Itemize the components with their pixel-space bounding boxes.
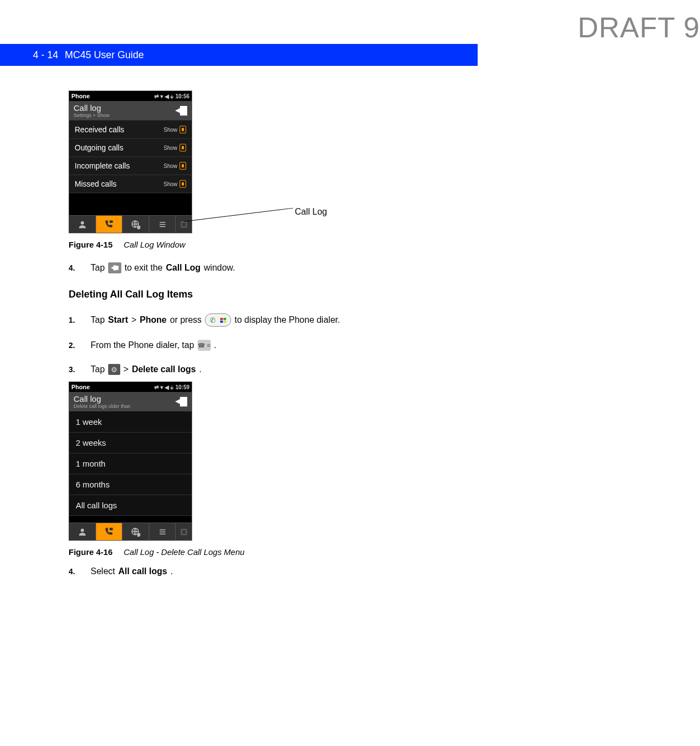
figure-title: Call Log Window	[124, 240, 185, 249]
header-left: Call log Delete call logs older than	[74, 394, 131, 409]
step-bold: All call logs	[118, 566, 167, 576]
toggle-icon	[180, 180, 186, 188]
row-6-months[interactable]: 6 months	[69, 474, 192, 495]
step-1: 1. Tap Start > Phone or press ✆ to displ…	[69, 313, 563, 327]
toolbar-close-icon[interactable]	[176, 216, 192, 233]
phone-screenshot-1: Phone ⇄ ▾ ◀ ⏚ 10:56 Call log Settings > …	[69, 91, 192, 233]
step-bold: Start	[108, 315, 128, 325]
step-number: 4.	[69, 567, 80, 576]
status-title: Phone	[71, 93, 90, 99]
call-log-header: Call log Delete call logs older than	[69, 392, 192, 412]
row-2-weeks[interactable]: 2 weeks	[69, 433, 192, 453]
row-outgoing-calls[interactable]: Outgoing calls Show	[69, 139, 192, 157]
step-text: .	[170, 566, 172, 576]
figure-number: Figure 4-15	[69, 240, 113, 249]
status-icons: ⇄ ▾ ◀ ⏚ 10:59	[154, 384, 189, 390]
row-label: Incomplete calls	[75, 161, 130, 170]
guide-title: MC45 User Guide	[65, 49, 144, 61]
step-bold: Phone	[140, 315, 167, 325]
svg-rect-9	[110, 528, 113, 530]
page-content: Phone ⇄ ▾ ◀ ⏚ 10:56 Call log Settings > …	[69, 91, 563, 576]
show-toggle[interactable]: Show	[164, 180, 186, 188]
step-number: 4.	[69, 263, 80, 272]
svg-text:#: #	[138, 225, 141, 229]
toolbar-calllog-icon[interactable]	[96, 523, 123, 540]
status-title: Phone	[71, 384, 90, 390]
call-log-header: Call log Settings > Show	[69, 101, 192, 121]
step-text: From the Phone dialer, tap	[91, 340, 194, 350]
figure-1-caption: Figure 4-15 Call Log Window	[69, 240, 563, 249]
figure-number: Figure 4-16	[69, 547, 113, 557]
row-received-calls[interactable]: Received calls Show	[69, 121, 192, 139]
svg-rect-13	[159, 531, 165, 532]
svg-rect-5	[159, 224, 165, 225]
toolbar-menu-icon[interactable]	[149, 523, 176, 540]
page-header-bar: 4 - 14 MC45 User Guide	[0, 44, 478, 66]
status-bar: Phone ⇄ ▾ ◀ ⏚ 10:59	[69, 382, 192, 392]
svg-point-0	[81, 221, 84, 225]
row-label: Missed calls	[75, 180, 116, 188]
empty-area	[69, 516, 192, 523]
svg-rect-12	[159, 529, 165, 530]
step-text: .	[214, 340, 216, 350]
page-number: 4 - 14	[33, 49, 58, 61]
toolbar-contacts-icon[interactable]	[69, 216, 96, 233]
empty-area	[69, 193, 192, 215]
row-incomplete-calls[interactable]: Incomplete calls Show	[69, 157, 192, 175]
bottom-toolbar: #	[69, 523, 192, 540]
row-1-week[interactable]: 1 week	[69, 412, 192, 433]
status-time: 10:59	[175, 384, 189, 390]
toolbar-menu-icon[interactable]	[149, 216, 176, 233]
toggle-icon	[180, 162, 186, 170]
status-icons: ⇄ ▾ ◀ ⏚ 10:56	[154, 93, 189, 99]
status-bar: Phone ⇄ ▾ ◀ ⏚ 10:56	[69, 91, 192, 101]
header-title: Call log	[74, 103, 109, 113]
svg-text:#: #	[138, 532, 141, 537]
toolbar-close-icon[interactable]	[176, 523, 192, 540]
phone-key-icon: ✆	[205, 313, 231, 327]
row-label: Received calls	[75, 125, 124, 134]
row-label: Outgoing calls	[75, 143, 124, 152]
handset-icon: ✆	[210, 316, 216, 324]
toolbar-globe-icon[interactable]: #	[122, 523, 149, 540]
step-3: 3. Tap ⚙ > Delete call logs.	[69, 364, 563, 375]
toggle-icon	[180, 126, 186, 133]
back-arrow-icon[interactable]	[175, 397, 187, 407]
step-text: Tap	[91, 364, 105, 374]
figure-2-caption: Figure 4-16 Call Log - Delete Call Logs …	[69, 547, 563, 557]
step-text: or press	[170, 315, 201, 325]
phone-screenshot-2: Phone ⇄ ▾ ◀ ⏚ 10:59 Call log Delete call…	[69, 382, 192, 541]
toggle-icon	[180, 144, 186, 152]
header-subtitle: Settings > Show	[74, 113, 109, 118]
row-missed-calls[interactable]: Missed calls Show	[69, 175, 192, 193]
step-text: .	[199, 364, 201, 374]
windows-logo-icon	[220, 318, 226, 323]
step-text: Tap	[91, 315, 105, 325]
subheading: Deleting All Call Log Items	[69, 289, 563, 300]
step-bold: Call Log	[166, 263, 200, 273]
show-toggle[interactable]: Show	[164, 144, 186, 152]
show-toggle[interactable]: Show	[164, 126, 186, 133]
svg-rect-4	[159, 222, 165, 223]
gear-button-icon: ⚙	[108, 364, 120, 375]
toolbar-contacts-icon[interactable]	[69, 523, 96, 540]
toolbar-calllog-icon[interactable]	[96, 216, 123, 233]
svg-point-8	[81, 529, 84, 532]
step-text: >	[131, 315, 136, 325]
step-text: >	[124, 364, 128, 374]
callout-label: Call Log	[295, 207, 327, 217]
back-arrow-icon[interactable]	[175, 106, 187, 116]
figure-title: Call Log - Delete Call Logs Menu	[124, 547, 244, 557]
row-all-call-logs[interactable]: All call logs	[69, 495, 192, 516]
show-toggle[interactable]: Show	[164, 162, 186, 170]
back-button-icon	[108, 262, 121, 273]
row-1-month[interactable]: 1 month	[69, 453, 192, 474]
step-number: 1.	[69, 316, 80, 324]
step-bold: Delete call logs	[132, 364, 196, 374]
step-text: Tap	[91, 263, 105, 273]
step-text: window.	[204, 263, 235, 273]
watermark: DRAFT 9	[578, 11, 700, 44]
toolbar-globe-icon[interactable]: #	[122, 216, 149, 233]
svg-rect-14	[159, 534, 165, 535]
svg-rect-1	[110, 220, 113, 223]
